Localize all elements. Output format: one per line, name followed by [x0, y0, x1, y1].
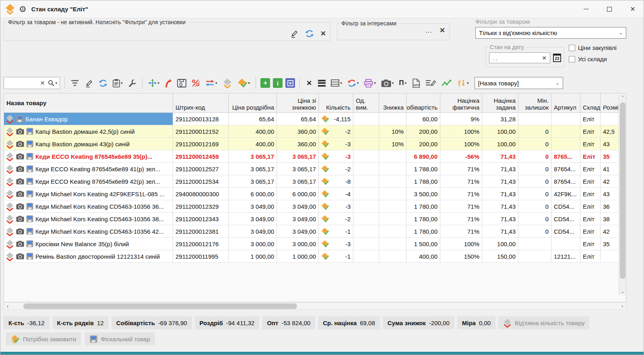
search-input[interactable]: ✕ ▾: [4, 77, 60, 89]
cell-quantity[interactable]: -2: [319, 125, 353, 138]
maximize-button[interactable]: [598, 0, 621, 18]
column-header-quantity[interactable]: Кількість: [319, 93, 353, 112]
cell-name[interactable]: Кросівки New Balance 35(р) білий: [4, 238, 173, 250]
cell-size[interactable]: 35: [601, 150, 619, 163]
cell-markup_set[interactable]: 71,43: [482, 225, 518, 238]
cell-markup_set[interactable]: 71,43: [482, 163, 518, 175]
cell-markup_actual[interactable]: 71%: [440, 213, 482, 225]
cell-article[interactable]: CD54...: [551, 200, 580, 213]
cell-warehouse[interactable]: Еліт: [580, 125, 601, 138]
cell-size[interactable]: [601, 113, 619, 125]
cell-quantity[interactable]: -2: [319, 163, 353, 175]
product-filters-select[interactable]: Тільки з від'ємною кількістю ⌄: [475, 27, 626, 39]
cell-markup_actual[interactable]: 71%: [440, 163, 482, 175]
cell-markup_actual[interactable]: 71%: [440, 225, 482, 238]
cell-quantity[interactable]: -3: [319, 238, 353, 250]
chart-icon[interactable]: [440, 77, 453, 89]
column-header-name[interactable]: Назва товару: [4, 93, 173, 112]
stock-gray-diamond-icon[interactable]: [221, 77, 233, 89]
cell-discount[interactable]: [379, 188, 407, 200]
cell-warehouse[interactable]: Еліт: [580, 200, 601, 213]
cell-size[interactable]: [601, 250, 619, 263]
cell-markup_set[interactable]: 100,00: [482, 125, 518, 138]
cell-unit[interactable]: [353, 125, 379, 138]
delete-icon[interactable]: ✕: [304, 77, 314, 89]
cell-price_retail[interactable]: 3 049,00: [229, 225, 277, 238]
cell-price_retail[interactable]: 3 049,00: [229, 213, 277, 225]
cell-cost[interactable]: 1 780,00: [407, 225, 440, 238]
cell-discount[interactable]: [379, 163, 407, 175]
cell-name[interactable]: Кеди ECCO Keating 876545к6е89 41(р) зел.…: [4, 163, 173, 175]
cell-barcode[interactable]: 2940080000300: [173, 188, 229, 200]
cell-markup_actual[interactable]: 150%: [440, 250, 482, 263]
cell-unit[interactable]: [353, 175, 379, 188]
cell-name[interactable]: Ремінь Bastion двосторонній 12121314 син…: [4, 250, 173, 263]
camera-icon[interactable]: ▾: [380, 77, 395, 89]
cell-article[interactable]: [551, 113, 580, 125]
cell-size[interactable]: 42,5: [601, 125, 619, 138]
cell-cost[interactable]: 6 890,00: [407, 150, 440, 163]
info-button[interactable]: i: [273, 78, 283, 88]
cell-barcode[interactable]: 2911200012176: [173, 238, 229, 250]
cell-size[interactable]: 38: [601, 213, 619, 225]
cell-barcode[interactable]: 2911200012329: [173, 200, 229, 213]
cell-price_discounted[interactable]: 6 000,00: [277, 188, 319, 200]
cell-cost[interactable]: 3 500,00: [407, 188, 440, 200]
cell-size[interactable]: 35: [601, 238, 619, 250]
cell-size[interactable]: 36: [601, 200, 619, 213]
cell-price_discounted[interactable]: 3 065,17: [277, 163, 319, 175]
cell-price_discounted[interactable]: 3 065,17: [277, 175, 319, 188]
cell-price_retail[interactable]: 1 000,00: [229, 250, 277, 263]
cell-min_stock[interactable]: [518, 250, 551, 263]
cell-cost[interactable]: 200,00: [407, 125, 440, 138]
grid-icon[interactable]: ▾: [330, 77, 343, 89]
column-header-markup_set[interactable]: Націнка задана: [482, 93, 518, 112]
transfer-icon[interactable]: ▾: [204, 77, 219, 89]
table-row[interactable]: Капці Bastion домашні 42,5(р) синій29112…: [4, 125, 626, 138]
cell-discount[interactable]: [379, 250, 407, 263]
cell-unit[interactable]: [353, 200, 379, 213]
cell-cost[interactable]: 60,00: [407, 113, 440, 125]
cell-warehouse[interactable]: Еліт: [580, 238, 601, 250]
rows-icon[interactable]: [317, 77, 327, 89]
cell-barcode[interactable]: 2911200012381: [173, 225, 229, 238]
cell-barcode[interactable]: 2911200013128: [173, 113, 229, 125]
table-row[interactable]: Ремінь Bastion двосторонній 12121314 син…: [4, 250, 626, 263]
cell-price_retail[interactable]: 400,00: [229, 125, 277, 138]
save-config-icon[interactable]: {}: [176, 77, 188, 89]
cell-cost[interactable]: 1 780,00: [407, 213, 440, 225]
column-header-unit[interactable]: Од. вим.: [353, 93, 379, 112]
cell-markup_set[interactable]: 100,00: [482, 138, 518, 150]
cell-size[interactable]: 43: [601, 188, 619, 200]
cell-min_stock[interactable]: [518, 238, 551, 250]
group-by-select[interactable]: [Назва товару] ⌄: [475, 77, 563, 89]
cell-price_retail[interactable]: 65,64: [229, 113, 277, 125]
cell-cost[interactable]: 400,00: [407, 250, 440, 263]
cell-price_retail[interactable]: 3 065,17: [229, 150, 277, 163]
cell-markup_actual[interactable]: 100%: [440, 138, 482, 150]
cell-markup_set[interactable]: 71,43: [482, 200, 518, 213]
cell-markup_set[interactable]: 71,43: [482, 213, 518, 225]
cell-name[interactable]: Капці Bastion домашні 43(р) синій: [4, 138, 173, 150]
percent-icon[interactable]: [190, 77, 201, 89]
column-header-price_retail[interactable]: Ціна роздрібна: [229, 93, 277, 112]
cell-article[interactable]: [551, 238, 580, 250]
cell-article[interactable]: CD54...: [551, 225, 580, 238]
cell-price_discounted[interactable]: 3 065,17: [277, 150, 319, 163]
calendar-button[interactable]: 23: [552, 52, 562, 63]
cell-article[interactable]: 8765...: [551, 150, 580, 163]
search-icon[interactable]: ▾: [48, 80, 57, 86]
cell-size[interactable]: 43: [601, 138, 619, 150]
table-row[interactable]: Кеди ECCO Keating 876545к6е89 42(р) зел.…: [4, 175, 626, 188]
cell-unit[interactable]: [353, 138, 379, 150]
cell-quantity[interactable]: -3: [319, 200, 353, 213]
cell-warehouse[interactable]: Еліт: [580, 213, 601, 225]
opt-doc-icon[interactable]: ОПТ: [411, 77, 421, 89]
cell-warehouse[interactable]: Еліт: [580, 150, 601, 163]
cell-name[interactable]: Банан Еквадор: [4, 113, 173, 125]
cell-discount[interactable]: [379, 225, 407, 238]
cell-unit[interactable]: [353, 188, 379, 200]
cell-markup_set[interactable]: 31,28: [482, 113, 518, 125]
move-icon[interactable]: ▾: [147, 77, 161, 89]
column-header-cost[interactable]: обівартість: [407, 93, 440, 112]
